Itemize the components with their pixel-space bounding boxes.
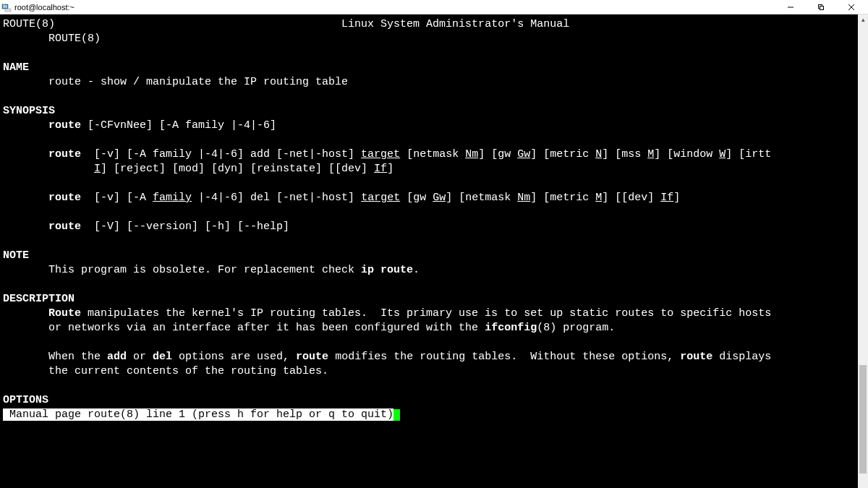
- desc-l3-d: modifies the routing tables. Without the…: [328, 351, 680, 363]
- syn2-gw: Gw: [517, 148, 530, 160]
- syn3-family: family: [153, 192, 192, 204]
- syn3-d: ] [netmask: [446, 192, 517, 204]
- syn4-pre: [3, 221, 48, 233]
- section-note: NOTE: [3, 249, 29, 262]
- syn2-e: ] [mss: [602, 148, 647, 160]
- syn3-f: ] [[dev]: [602, 192, 660, 204]
- syn1-post: [-CFvnNee] [-A family |-4|-6]: [81, 119, 276, 132]
- maximize-button[interactable]: [806, 0, 836, 14]
- syn2-pre: [3, 148, 48, 160]
- syn2-d: ] [metric: [530, 148, 595, 160]
- syn2-n: N: [595, 148, 602, 160]
- syn2-cont-pad: [3, 163, 94, 175]
- syn2-j: ]: [387, 163, 393, 175]
- desc-l1-b: manipulates the kernel's IP routing tabl…: [81, 307, 771, 320]
- name-line: route - show / manipulate the IP routing…: [3, 76, 348, 88]
- desc-l1-a: [3, 307, 48, 320]
- syn3-b: |-4|-6] del [-net|-host]: [192, 192, 361, 204]
- scroll-up-icon[interactable]: ▴: [858, 14, 868, 25]
- syn3-nm: Nm: [517, 192, 530, 204]
- man-header-center: Linux System Administrator's Manual: [341, 18, 569, 30]
- terminal-wrap: ROUTE(8) Linux System Administrator's Ma…: [0, 14, 868, 488]
- syn3-pre: [3, 192, 48, 204]
- desc-del: del: [153, 351, 172, 363]
- syn2-w: W: [719, 148, 726, 160]
- desc-route3: route: [680, 351, 712, 363]
- syn2-nm: Nm: [465, 148, 478, 160]
- syn3-target: target: [361, 192, 400, 204]
- pager-status-line: Manual page route(8) line 1 (press h for…: [3, 408, 393, 421]
- note-line-a: This program is obsolete. For replacemen…: [3, 264, 361, 276]
- syn3-e: ] [metric: [530, 192, 595, 204]
- window-titlebar: root@localhost:~: [0, 0, 868, 14]
- scrollbar[interactable]: ▴: [858, 14, 868, 488]
- syn3-m: M: [595, 192, 602, 204]
- syn2-a: [-v] [-A family |-4|-6] add [-net|-host]: [81, 148, 361, 160]
- close-button[interactable]: [836, 0, 867, 14]
- syn3-cmd: route: [48, 192, 81, 204]
- syn2-i: I: [94, 163, 101, 175]
- desc-l3-c: options are used,: [172, 351, 296, 363]
- minimize-button[interactable]: [775, 0, 806, 14]
- syn2-b: [netmask: [400, 148, 465, 160]
- syn4-cmd: route: [48, 221, 81, 233]
- desc-l4: the current contents of the routing tabl…: [3, 365, 328, 377]
- desc-add: add: [107, 351, 127, 363]
- man-header-left: ROUTE(8): [3, 18, 55, 30]
- syn2-f: ] [window: [654, 148, 719, 160]
- desc-l3-e: displays: [712, 351, 771, 363]
- syn2-m: M: [647, 148, 654, 160]
- svg-rect-6: [820, 6, 824, 9]
- man-header-wrap: ROUTE(8): [48, 33, 101, 45]
- syn3-c: [gw: [400, 192, 433, 204]
- syn2-c: ] [gw: [478, 148, 517, 160]
- section-name: NAME: [3, 61, 29, 74]
- note-line-b: .: [413, 264, 420, 276]
- scrollbar-thumb[interactable]: [859, 365, 867, 474]
- syn2-cmd: route: [48, 148, 81, 160]
- window-title: root@localhost:~: [14, 3, 75, 12]
- syn2-g: ] [irtt: [726, 148, 771, 160]
- syn2-if: If: [374, 163, 387, 175]
- desc-l3-a: When the: [3, 351, 107, 363]
- syn3-gw: Gw: [433, 192, 446, 204]
- desc-ifconfig: ifconfig: [485, 322, 537, 334]
- section-options: OPTIONS: [3, 394, 48, 406]
- desc-route2: route: [296, 351, 328, 363]
- svg-rect-1: [3, 5, 7, 8]
- desc-l3-b: or: [127, 351, 153, 363]
- syn2-target: target: [361, 148, 400, 160]
- desc-l2-a: or networks via an interface after it ha…: [3, 322, 485, 334]
- note-ip: ip route: [361, 264, 413, 276]
- svg-rect-2: [5, 9, 11, 12]
- syn3-a: [-v] [-A: [81, 192, 153, 204]
- putty-icon: [1, 2, 12, 12]
- syn4-post: [-V] [--version] [-h] [--help]: [81, 221, 289, 233]
- syn2-h: ] [reject] [mod] [dyn] [reinstate] [[dev…: [101, 163, 374, 175]
- syn1-pre: [3, 119, 48, 132]
- syn1-cmd: route: [48, 119, 81, 132]
- section-description: DESCRIPTION: [3, 293, 75, 305]
- section-synopsis: SYNOPSIS: [3, 105, 55, 117]
- syn3-g: ]: [673, 192, 680, 204]
- desc-l2-b: (8) program.: [537, 322, 615, 334]
- desc-route: Route: [48, 307, 81, 320]
- terminal[interactable]: ROUTE(8) Linux System Administrator's Ma…: [0, 14, 858, 488]
- cursor: [393, 409, 400, 421]
- syn3-if: If: [660, 192, 673, 204]
